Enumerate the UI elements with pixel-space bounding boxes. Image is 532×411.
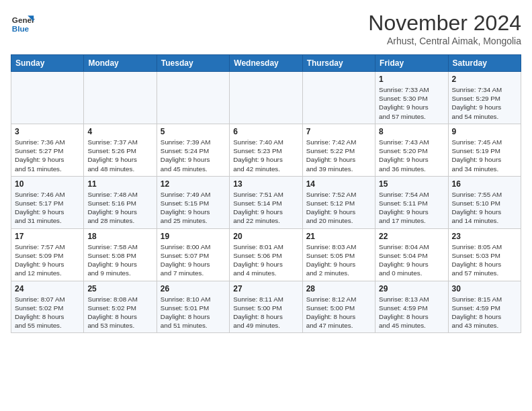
- calendar-cell: 17Sunrise: 7:57 AM Sunset: 5:09 PM Dayli…: [11, 228, 84, 281]
- calendar-week-row: 3Sunrise: 7:36 AM Sunset: 5:27 PM Daylig…: [11, 124, 521, 176]
- day-number: 23: [452, 232, 517, 241]
- day-info: Sunrise: 7:43 AM Sunset: 5:20 PM Dayligh…: [379, 138, 444, 173]
- calendar-cell: 28Sunrise: 8:12 AM Sunset: 5:00 PM Dayli…: [302, 281, 375, 333]
- calendar-week-row: 17Sunrise: 7:57 AM Sunset: 5:09 PM Dayli…: [11, 228, 521, 281]
- day-info: Sunrise: 8:07 AM Sunset: 5:02 PM Dayligh…: [15, 295, 80, 330]
- day-info: Sunrise: 7:33 AM Sunset: 5:30 PM Dayligh…: [379, 85, 444, 121]
- day-number: 8: [379, 127, 444, 136]
- day-info: Sunrise: 8:11 AM Sunset: 5:00 PM Dayligh…: [233, 295, 298, 330]
- day-number: 26: [161, 284, 226, 293]
- column-header-wednesday: Wednesday: [230, 55, 302, 72]
- calendar-cell: 30Sunrise: 8:15 AM Sunset: 4:59 PM Dayli…: [448, 281, 521, 333]
- calendar-cell: 19Sunrise: 8:00 AM Sunset: 5:07 PM Dayli…: [157, 228, 229, 281]
- day-number: 21: [306, 232, 371, 241]
- calendar-cell: 3Sunrise: 7:36 AM Sunset: 5:27 PM Daylig…: [11, 124, 84, 176]
- calendar-cell: 7Sunrise: 7:42 AM Sunset: 5:22 PM Daylig…: [302, 124, 375, 176]
- day-number: 27: [233, 284, 298, 293]
- day-info: Sunrise: 7:36 AM Sunset: 5:27 PM Dayligh…: [15, 138, 80, 173]
- calendar-cell: 26Sunrise: 8:10 AM Sunset: 5:01 PM Dayli…: [157, 281, 229, 333]
- day-number: 12: [161, 179, 226, 189]
- location: Arhust, Central Aimak, Mongolia: [368, 36, 521, 46]
- day-info: Sunrise: 7:39 AM Sunset: 5:24 PM Dayligh…: [161, 138, 226, 173]
- day-number: 22: [379, 232, 444, 241]
- day-number: 28: [306, 284, 371, 293]
- calendar-cell: 24Sunrise: 8:07 AM Sunset: 5:02 PM Dayli…: [11, 281, 84, 333]
- day-info: Sunrise: 7:55 AM Sunset: 5:10 PM Dayligh…: [452, 190, 517, 226]
- svg-text:Blue: Blue: [12, 24, 30, 33]
- calendar-cell: [230, 72, 302, 124]
- day-info: Sunrise: 8:12 AM Sunset: 5:00 PM Dayligh…: [306, 295, 371, 330]
- calendar-cell: 4Sunrise: 7:37 AM Sunset: 5:26 PM Daylig…: [84, 124, 157, 176]
- calendar-cell: 14Sunrise: 7:52 AM Sunset: 5:12 PM Dayli…: [302, 176, 375, 228]
- day-info: Sunrise: 7:51 AM Sunset: 5:14 PM Dayligh…: [233, 190, 298, 226]
- calendar-cell: 20Sunrise: 8:01 AM Sunset: 5:06 PM Dayli…: [230, 228, 302, 281]
- calendar-cell: 2Sunrise: 7:34 AM Sunset: 5:29 PM Daylig…: [448, 72, 521, 124]
- column-header-saturday: Saturday: [448, 55, 521, 72]
- day-info: Sunrise: 7:45 AM Sunset: 5:19 PM Dayligh…: [452, 138, 517, 173]
- calendar-cell: 5Sunrise: 7:39 AM Sunset: 5:24 PM Daylig…: [157, 124, 229, 176]
- day-info: Sunrise: 7:42 AM Sunset: 5:22 PM Dayligh…: [306, 138, 371, 173]
- calendar-cell: 10Sunrise: 7:46 AM Sunset: 5:17 PM Dayli…: [11, 176, 84, 228]
- day-number: 16: [452, 179, 517, 189]
- day-info: Sunrise: 7:57 AM Sunset: 5:09 PM Dayligh…: [15, 242, 80, 278]
- day-info: Sunrise: 7:34 AM Sunset: 5:29 PM Dayligh…: [452, 85, 517, 121]
- calendar-cell: 13Sunrise: 7:51 AM Sunset: 5:14 PM Dayli…: [230, 176, 302, 228]
- day-number: 6: [233, 127, 298, 136]
- column-header-sunday: Sunday: [11, 55, 84, 72]
- day-info: Sunrise: 8:01 AM Sunset: 5:06 PM Dayligh…: [233, 242, 298, 278]
- day-number: 4: [87, 127, 152, 136]
- calendar-cell: 16Sunrise: 7:55 AM Sunset: 5:10 PM Dayli…: [448, 176, 521, 228]
- day-number: 18: [87, 232, 152, 241]
- day-info: Sunrise: 8:00 AM Sunset: 5:07 PM Dayligh…: [161, 242, 226, 278]
- column-header-tuesday: Tuesday: [157, 55, 229, 72]
- calendar-week-row: 24Sunrise: 8:07 AM Sunset: 5:02 PM Dayli…: [11, 281, 521, 333]
- page-header: General Blue November 2024 Arhust, Centr…: [11, 11, 521, 46]
- calendar-cell: 15Sunrise: 7:54 AM Sunset: 5:11 PM Dayli…: [375, 176, 448, 228]
- day-number: 13: [233, 179, 298, 189]
- title-block: November 2024 Arhust, Central Aimak, Mon…: [368, 11, 521, 46]
- day-number: 1: [379, 75, 444, 84]
- day-number: 24: [15, 284, 80, 293]
- month-title: November 2024: [368, 11, 521, 36]
- day-number: 9: [452, 127, 517, 136]
- logo: General Blue: [11, 11, 35, 35]
- day-number: 3: [15, 127, 80, 136]
- column-header-thursday: Thursday: [302, 55, 375, 72]
- day-info: Sunrise: 8:03 AM Sunset: 5:05 PM Dayligh…: [306, 242, 371, 278]
- calendar-cell: 18Sunrise: 7:58 AM Sunset: 5:08 PM Dayli…: [84, 228, 157, 281]
- calendar-cell: 23Sunrise: 8:05 AM Sunset: 5:03 PM Dayli…: [448, 228, 521, 281]
- day-info: Sunrise: 7:52 AM Sunset: 5:12 PM Dayligh…: [306, 190, 371, 226]
- calendar-table: SundayMondayTuesdayWednesdayThursdayFrid…: [11, 54, 521, 333]
- calendar-cell: 29Sunrise: 8:13 AM Sunset: 4:59 PM Dayli…: [375, 281, 448, 333]
- calendar-week-row: 1Sunrise: 7:33 AM Sunset: 5:30 PM Daylig…: [11, 72, 521, 124]
- calendar-cell: 11Sunrise: 7:48 AM Sunset: 5:16 PM Dayli…: [84, 176, 157, 228]
- day-number: 15: [379, 179, 444, 189]
- calendar-cell: 8Sunrise: 7:43 AM Sunset: 5:20 PM Daylig…: [375, 124, 448, 176]
- calendar-header-row: SundayMondayTuesdayWednesdayThursdayFrid…: [11, 55, 521, 72]
- day-info: Sunrise: 7:48 AM Sunset: 5:16 PM Dayligh…: [87, 190, 152, 226]
- day-number: 30: [452, 284, 517, 293]
- day-number: 11: [87, 179, 152, 189]
- day-info: Sunrise: 8:15 AM Sunset: 4:59 PM Dayligh…: [452, 295, 517, 330]
- calendar-cell: 12Sunrise: 7:49 AM Sunset: 5:15 PM Dayli…: [157, 176, 229, 228]
- day-info: Sunrise: 8:04 AM Sunset: 5:04 PM Dayligh…: [379, 242, 444, 278]
- day-number: 5: [161, 127, 226, 136]
- day-info: Sunrise: 8:08 AM Sunset: 5:02 PM Dayligh…: [87, 295, 152, 330]
- day-info: Sunrise: 7:58 AM Sunset: 5:08 PM Dayligh…: [87, 242, 152, 278]
- calendar-cell: 21Sunrise: 8:03 AM Sunset: 5:05 PM Dayli…: [302, 228, 375, 281]
- day-number: 29: [379, 284, 444, 293]
- day-number: 14: [306, 179, 371, 189]
- day-number: 2: [452, 75, 517, 84]
- day-info: Sunrise: 7:49 AM Sunset: 5:15 PM Dayligh…: [161, 190, 226, 226]
- calendar-cell: [302, 72, 375, 124]
- column-header-monday: Monday: [84, 55, 157, 72]
- day-number: 17: [15, 232, 80, 241]
- calendar-cell: 6Sunrise: 7:40 AM Sunset: 5:23 PM Daylig…: [230, 124, 302, 176]
- day-info: Sunrise: 7:54 AM Sunset: 5:11 PM Dayligh…: [379, 190, 444, 226]
- calendar-cell: [84, 72, 157, 124]
- calendar-week-row: 10Sunrise: 7:46 AM Sunset: 5:17 PM Dayli…: [11, 176, 521, 228]
- calendar-cell: [157, 72, 229, 124]
- calendar-cell: [11, 72, 84, 124]
- day-number: 7: [306, 127, 371, 136]
- day-info: Sunrise: 8:10 AM Sunset: 5:01 PM Dayligh…: [161, 295, 226, 330]
